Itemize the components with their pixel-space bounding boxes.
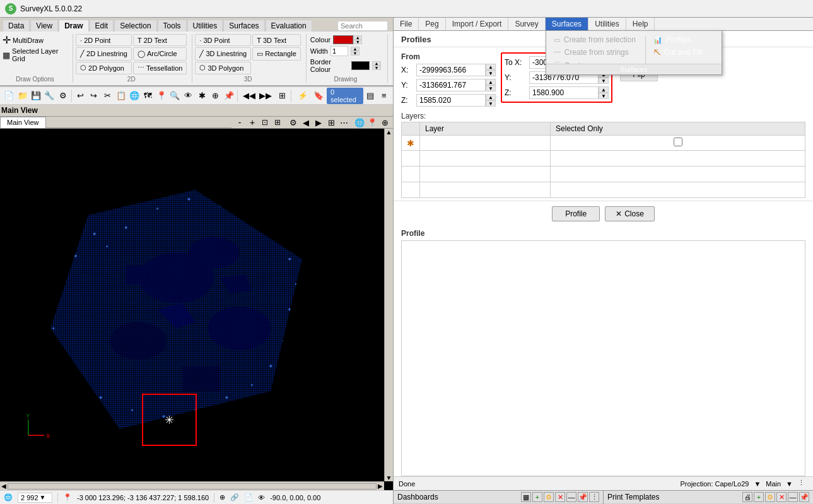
tab-selection[interactable]: Selection (114, 20, 156, 32)
2d-linestring-btn[interactable]: ╱2D Linestring (76, 47, 132, 60)
from-x-spin-up[interactable]: ▲ (486, 64, 496, 70)
print-icon[interactable]: 🖨 (742, 492, 752, 502)
view-icon-7[interactable]: 📍 (366, 117, 378, 128)
dashboards-pin-icon[interactable]: 📌 (578, 492, 588, 502)
to-z-spin-down[interactable]: ▼ (599, 93, 609, 99)
toolbar-icon-16[interactable]: ⊕ (209, 89, 221, 103)
profile-btn[interactable]: Profile (552, 206, 600, 221)
toolbar-icon-2[interactable]: 📁 (16, 89, 28, 103)
search-input[interactable] (337, 21, 388, 31)
toolbar-icon-19[interactable]: ▶▶ (259, 89, 272, 103)
multidraw-btn[interactable]: ✛ MultiDraw (3, 34, 67, 46)
h-scrollbar-track[interactable] (8, 483, 377, 489)
to-z-input[interactable]: 1580.900 (529, 86, 599, 99)
toolbar-icon-18[interactable]: ◀◀ (242, 89, 256, 103)
2d-text-btn[interactable]: T2D Text (133, 34, 187, 46)
width-spin-up[interactable]: ▲ (351, 47, 360, 51)
from-x-input[interactable]: -2999963.566 (416, 64, 486, 76)
scroll-left-btn[interactable]: ◀ (1, 483, 6, 489)
menu-import-export[interactable]: Import / Export (446, 18, 509, 30)
dashboards-minimize-icon[interactable]: — (566, 492, 576, 502)
border-spin-down[interactable]: ▼ (372, 66, 381, 70)
menu-peg[interactable]: Peg (419, 18, 445, 30)
from-y-input[interactable]: -3136691.767 (416, 79, 486, 91)
view-icon-1[interactable]: ⚙ (288, 117, 299, 128)
print-minimize-icon[interactable]: — (788, 492, 798, 502)
view-icon-5[interactable]: ⋯ (338, 117, 349, 128)
dropdown-profiles[interactable]: 📊 Profiles (646, 33, 722, 46)
scroll-up-btn[interactable]: ▲ (385, 129, 393, 136)
toolbar-icon-3[interactable]: 💾 (30, 89, 42, 103)
tab-evaluation[interactable]: Evaluation (266, 20, 312, 32)
toolbar-icon-15[interactable]: ✱ (196, 89, 208, 103)
zoom-in-btn[interactable]: + (247, 117, 258, 128)
toolbar-icon-12[interactable]: 📍 (155, 89, 168, 103)
zoom-extent-btn[interactable]: ⊡ (259, 117, 271, 128)
2d-polygon-btn[interactable]: ⬡2D Polygon (76, 62, 132, 74)
toolbar-icon-list[interactable]: ≡ (378, 89, 390, 103)
from-z-input[interactable]: 1585.020 (416, 94, 486, 107)
toolbar-icon-14[interactable]: 👁 (182, 89, 194, 103)
print-close-icon[interactable]: ✕ (776, 492, 787, 502)
close-btn[interactable]: ✕ Close (605, 206, 655, 221)
menu-surfaces[interactable]: Surfaces ▭ Create from selection 〰 Creat… (546, 18, 588, 30)
tab-data[interactable]: Data (3, 20, 30, 32)
toolbar-icon-7[interactable]: ↪ (87, 89, 100, 103)
colour-spin-down[interactable]: ▼ (353, 40, 362, 44)
globe-icon[interactable]: 🌐 (4, 493, 13, 501)
dropdown-create-from-strings[interactable]: 〰 Create from strings (546, 46, 645, 59)
menu-help[interactable]: Help (626, 18, 655, 30)
print-pin-icon[interactable]: 📌 (799, 492, 809, 502)
toolbar-icon-4[interactable]: 🔧 (43, 89, 56, 103)
width-input[interactable] (330, 46, 348, 56)
zoom-out-btn[interactable]: - (234, 117, 245, 128)
border-colour-swatch[interactable] (351, 61, 370, 70)
toolbar-icon-22[interactable]: 🔖 (312, 89, 325, 103)
dashboards-settings-icon[interactable]: ⚙ (544, 492, 554, 502)
print-settings-icon[interactable]: ⚙ (765, 492, 775, 502)
width-spin-down[interactable]: ▼ (351, 51, 360, 56)
from-y-spin-up[interactable]: ▲ (486, 79, 496, 85)
tab-utilities[interactable]: Utilities (187, 20, 223, 32)
v-scrollbar-track[interactable] (385, 136, 393, 474)
toolbar-icon-1[interactable]: 📄 (3, 89, 15, 103)
toolbar-icon-21[interactable]: ⚡ (296, 89, 310, 103)
tab-edit[interactable]: Edit (90, 20, 114, 32)
toolbar-icon-9[interactable]: 📋 (114, 89, 127, 103)
3d-text-btn[interactable]: T3D Text (252, 34, 301, 46)
dashboards-dots-icon[interactable]: ⋮ (589, 492, 599, 502)
scroll-down-btn[interactable]: ▼ (385, 474, 393, 481)
toolbar-icon-filter[interactable]: ▤ (364, 89, 377, 103)
print-add-icon[interactable]: + (754, 492, 764, 502)
menu-file[interactable]: File (394, 18, 419, 30)
rectangle-btn[interactable]: ▭Rectangle (252, 47, 301, 60)
dropdown-create-from-selection[interactable]: ▭ Create from selection (546, 33, 645, 46)
zoom-window-btn[interactable]: ⊞ (272, 117, 283, 128)
3d-point-btn[interactable]: ·3D Point (195, 34, 251, 46)
tab-draw[interactable]: Draw (59, 20, 88, 32)
toolbar-icon-20[interactable]: ⊞ (275, 89, 289, 103)
view-icon-6[interactable]: 🌐 (354, 117, 365, 128)
from-x-spin-down[interactable]: ▼ (486, 70, 496, 76)
toolbar-icon-11[interactable]: 🗺 (141, 89, 154, 103)
2d-point-btn[interactable]: ·2D Point (76, 34, 132, 46)
toolbar-icon-13[interactable]: 🔍 (168, 89, 181, 103)
menu-survey[interactable]: Survey (508, 18, 545, 30)
to-y-spin-down[interactable]: ▼ (599, 78, 609, 84)
tab-view[interactable]: View (30, 20, 58, 32)
from-z-spin-up[interactable]: ▲ (486, 94, 496, 100)
tab-tools[interactable]: Tools (158, 20, 187, 32)
selected-only-checkbox-1[interactable] (674, 138, 682, 146)
toolbar-icon-6[interactable]: ↩ (74, 89, 86, 103)
arc-circle-btn[interactable]: ◯Arc/Circle (133, 47, 187, 60)
toolbar-icon-17[interactable]: 📌 (223, 89, 235, 103)
toolbar-icon-8[interactable]: ✂ (101, 89, 114, 103)
colour-swatch[interactable] (333, 35, 353, 44)
menu-utilities[interactable]: Utilities (588, 18, 626, 30)
to-z-spin-up[interactable]: ▲ (599, 86, 609, 93)
border-spin-up[interactable]: ▲ (372, 61, 381, 66)
dashboards-close-icon[interactable]: ✕ (555, 492, 565, 502)
colour-spin-up[interactable]: ▲ (353, 35, 362, 40)
toolbar-icon-5[interactable]: ⚙ (57, 89, 69, 103)
3d-linestring-btn[interactable]: ╱3D Linestring (195, 47, 251, 60)
